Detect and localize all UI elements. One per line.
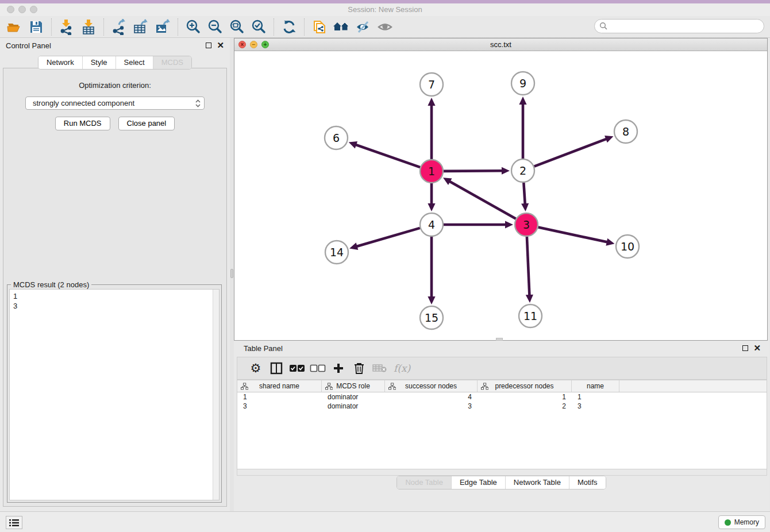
graph-node-label: 9 [519, 77, 526, 90]
table-cell[interactable]: 1 [237, 392, 322, 402]
clone-network-icon[interactable] [310, 18, 329, 36]
graph-edge-2-8[interactable] [534, 138, 608, 166]
graph-node-label: 6 [333, 132, 340, 144]
graph-edge-3-1[interactable] [449, 181, 516, 219]
result-scrollbar[interactable] [213, 290, 219, 500]
graph-edge-1-6[interactable] [355, 144, 420, 167]
table-cell[interactable]: 3 [572, 402, 619, 411]
close-panel-button[interactable]: Close panel [118, 117, 175, 130]
task-history-button[interactable] [6, 516, 22, 529]
table-row[interactable]: 3dominator323 [237, 402, 767, 411]
graph-edge-arrowhead [526, 295, 533, 303]
graph-edge-1-2[interactable] [444, 171, 503, 171]
close-panel-icon[interactable]: ✕ [217, 43, 224, 48]
graph-edge-arrowhead [428, 203, 435, 211]
table-scrollbar[interactable] [237, 469, 767, 476]
graph-node-label: 8 [622, 125, 629, 138]
graph-edge-3-10[interactable] [538, 227, 609, 242]
zoom-in-icon[interactable] [183, 18, 203, 36]
mcds-result-area[interactable]: 1 3 [9, 289, 220, 500]
open-session-icon[interactable] [5, 18, 24, 36]
zoom-fit-icon[interactable] [227, 18, 247, 36]
toolbar-separator [103, 18, 104, 36]
split-view-icon[interactable] [266, 360, 287, 377]
optimization-criterion-label: Optimization criterion: [3, 81, 226, 90]
column-header-label: shared name [259, 382, 299, 390]
search-input[interactable] [594, 19, 764, 33]
zoom-out-icon[interactable] [205, 18, 225, 36]
table-cell[interactable]: 1 [478, 392, 572, 402]
column-header-label: name [587, 382, 604, 390]
table-cell[interactable]: dominator [322, 392, 385, 402]
graph-edge-arrowhead [349, 141, 357, 148]
memory-button[interactable]: Memory [718, 515, 765, 529]
network-window-titlebar[interactable]: × − + scc.txt [234, 38, 767, 51]
table-cell[interactable]: 4 [385, 392, 478, 402]
panel-splitter[interactable] [230, 38, 234, 511]
table-close-panel-icon[interactable]: ✕ [753, 345, 761, 351]
graph-node-label: 11 [523, 310, 537, 322]
function-builder-icon[interactable]: f(x) [394, 363, 410, 374]
column-header-name[interactable]: name [572, 380, 619, 392]
deselect-all-icon[interactable] [307, 360, 328, 377]
splitter-handle-icon[interactable] [230, 269, 233, 278]
network-canvas[interactable]: 1234678910111415 [234, 51, 767, 340]
graph-edge-2-3[interactable] [523, 183, 525, 205]
table-options-icon[interactable]: ⚙ [245, 360, 266, 377]
tab-select[interactable]: Select [116, 56, 153, 69]
run-mcds-button[interactable]: Run MCDS [55, 117, 110, 130]
search-icon [599, 22, 608, 32]
table-float-panel-icon[interactable] [742, 345, 748, 351]
table-panel: Table Panel ✕ ⚙ f(x) shared nameMCDS rol… [234, 341, 769, 511]
tab-network[interactable]: Network [38, 56, 82, 69]
column-header-successor-nodes[interactable]: successor nodes [385, 380, 478, 392]
zoom-selected-icon[interactable] [249, 18, 268, 36]
add-column-icon[interactable] [328, 360, 349, 377]
export-network-icon[interactable] [109, 18, 129, 36]
table-cell[interactable]: 1 [572, 392, 619, 402]
control-panel: Control Panel ✕ NetworkStyleSelectMCDS O… [0, 38, 230, 511]
graph-edge-3-11[interactable] [527, 237, 530, 296]
mcds-result-title: MCDS result (2 nodes) [11, 280, 91, 289]
refresh-layout-icon[interactable] [279, 18, 299, 36]
window-title: Session: New Session [0, 5, 770, 14]
table-row[interactable]: 1dominator411 [237, 392, 767, 402]
criterion-select[interactable]: strongly connected component [25, 97, 205, 110]
hide-selected-icon[interactable] [353, 18, 373, 36]
table-cell[interactable]: 3 [237, 402, 322, 411]
table-tab-network-table[interactable]: Network Table [505, 476, 569, 489]
save-session-icon[interactable] [26, 18, 46, 36]
graph-node-label: 4 [428, 218, 435, 231]
control-panel-tabs: NetworkStyleSelectMCDS [38, 56, 192, 70]
mcds-result-text: 1 3 [13, 291, 210, 500]
table-cell[interactable]: 2 [478, 402, 572, 411]
mcds-tab-content: Optimization criterion: strongly connect… [3, 68, 227, 507]
graph-edge-arrowhead [519, 97, 526, 105]
import-network-icon[interactable] [57, 18, 76, 36]
table-tab-motifs[interactable]: Motifs [569, 476, 606, 489]
delete-table-icon[interactable] [369, 360, 390, 377]
table-cell[interactable]: 3 [385, 402, 478, 411]
graph-edge-arrowhead [502, 167, 510, 175]
select-all-icon[interactable] [287, 360, 307, 377]
table-toolbar: ⚙ f(x) [237, 357, 767, 380]
table-cell[interactable]: dominator [322, 402, 385, 411]
tab-mcds[interactable]: MCDS [153, 56, 191, 69]
column-header-predecessor-nodes[interactable]: predecessor nodes [478, 380, 572, 392]
show-all-icon[interactable] [375, 18, 395, 36]
export-image-icon[interactable] [153, 18, 172, 36]
tab-style[interactable]: Style [82, 56, 116, 69]
graph-edge-arrowhead [521, 203, 529, 211]
first-neighbors-icon[interactable] [332, 18, 351, 36]
graph-node-label: 2 [519, 164, 526, 177]
float-panel-icon[interactable] [206, 43, 211, 48]
column-header-mcds-role[interactable]: MCDS role [322, 380, 385, 392]
graph-edge-4-14[interactable] [356, 228, 420, 247]
table-tab-node-table[interactable]: Node Table [397, 476, 451, 489]
delete-column-icon[interactable] [349, 360, 369, 377]
table-tab-edge-table[interactable]: Edge Table [451, 476, 505, 489]
column-header-shared-name[interactable]: shared name [237, 380, 322, 392]
import-table-icon[interactable] [79, 18, 98, 36]
export-table-icon[interactable] [131, 18, 151, 36]
toolbar-separator [178, 18, 178, 36]
